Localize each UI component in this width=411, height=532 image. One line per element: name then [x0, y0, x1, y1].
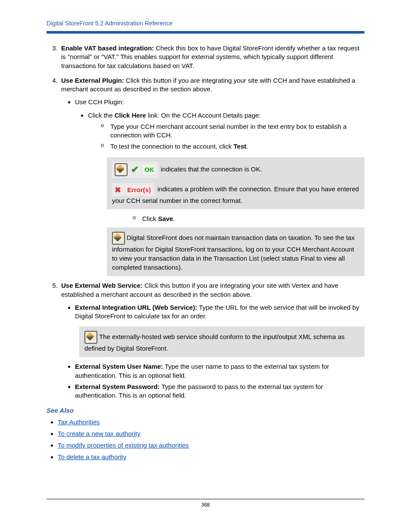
sub1a-post: link: On the CCH Account Details page:: [146, 112, 261, 119]
link-modify-tax-authorities[interactable]: To modify properties of existing tax aut…: [58, 442, 189, 449]
x-icon: [115, 186, 123, 194]
link-tax-authorities[interactable]: Tax Authorities: [58, 418, 100, 426]
item4-label: Use External Plugin:: [61, 77, 124, 84]
link-item: Tax Authorities: [58, 418, 364, 426]
error-chip: Error(s): [112, 183, 155, 196]
o2-bold: Test: [234, 143, 246, 150]
ok-label: OK: [143, 165, 156, 174]
link-item: To modify properties of existing tax aut…: [58, 442, 364, 449]
b2-label: External System User Name:: [75, 363, 163, 370]
check-icon: [131, 165, 140, 174]
ok-chip: OK: [112, 162, 158, 178]
xml-schema-notebox: The externally-hosted web service should…: [79, 327, 364, 357]
item5-b3: External System Password: Type the passw…: [75, 383, 364, 400]
link-create-tax-authority[interactable]: To create a new tax authority: [58, 430, 140, 437]
b1-label: External Integration URL (Web Service):: [75, 304, 197, 311]
page-header: Digital StoreFront 5.2 Administration Re…: [47, 20, 364, 29]
error-label: Error(s): [126, 185, 152, 194]
note2-text: Digital StoreFront does not maintain tra…: [112, 234, 355, 271]
sub1a-bold: Click Here: [115, 112, 146, 119]
transaction-notebox: Digital StoreFront does not maintain tra…: [107, 227, 364, 276]
link-item: To create a new tax authority: [58, 430, 364, 437]
status-notebox: OK indicates that the connection is OK. …: [107, 157, 364, 210]
item4-sub1a: Click the Click Here link: On the CCH Ac…: [88, 111, 364, 151]
item4-o3: Click Save.: [133, 215, 364, 223]
b3-label: External System Password:: [75, 383, 160, 390]
item3-label: Enable VAT based integration:: [61, 44, 154, 52]
item5-b1: External Integration URL (Web Service): …: [75, 303, 364, 321]
see-also-heading: See Also: [47, 407, 364, 414]
header-rule: [47, 31, 364, 34]
list-item-3: Enable VAT based integration: Check this…: [59, 44, 364, 70]
pencil-icon: [112, 232, 125, 245]
o2-pre: To test the connection to the account, c…: [110, 143, 234, 150]
item5-label: Use External Web Service:: [61, 282, 143, 289]
note-text: The externally-hosted web service should…: [84, 333, 345, 352]
o2-post: .: [246, 143, 248, 150]
o3-post: .: [173, 215, 175, 222]
list-item-4: Use External Plugin: Click this button i…: [59, 76, 364, 151]
link-item: To delete a tax authority: [58, 453, 364, 460]
item4-o2: To test the connection to the account, c…: [101, 142, 364, 151]
pencil-icon: [84, 331, 97, 344]
page-footer: 368: [47, 499, 364, 508]
pencil-icon: [115, 163, 128, 176]
page-number: 368: [201, 502, 210, 508]
o3-bold: Save: [158, 215, 173, 222]
o3-pre: Click: [142, 215, 158, 222]
item4-sub1: Use CCH Plugin:: [75, 98, 364, 106]
item4-o1: Type your CCH merchant account serial nu…: [101, 122, 364, 140]
link-delete-tax-authority[interactable]: To delete a tax authority: [58, 453, 126, 460]
list-item-5: Use External Web Service: Click this but…: [59, 281, 364, 320]
sub1a-pre: Click the: [88, 112, 115, 119]
item5-b2: External System User Name: Type the user…: [75, 362, 364, 380]
ok-text: indicates that the connection is OK.: [159, 165, 262, 172]
